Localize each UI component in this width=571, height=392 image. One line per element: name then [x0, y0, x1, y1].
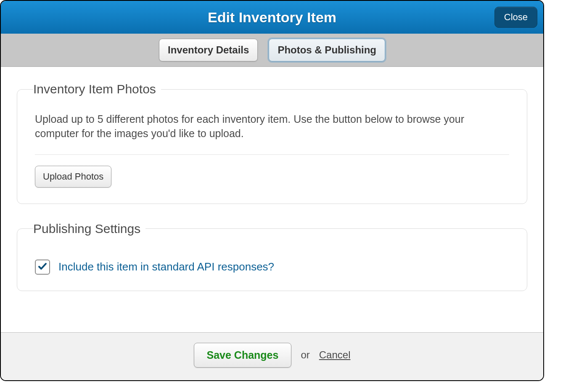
cancel-link[interactable]: Cancel — [319, 349, 351, 361]
include-api-label[interactable]: Include this item in standard API respon… — [58, 260, 274, 273]
upload-photos-button[interactable]: Upload Photos — [35, 166, 111, 188]
check-icon — [37, 261, 48, 273]
photos-panel-legend: Inventory Item Photos — [33, 82, 161, 96]
dialog-content: Inventory Item Photos Upload up to 5 dif… — [1, 67, 543, 332]
photos-panel-description: Upload up to 5 different photos for each… — [35, 112, 509, 141]
include-api-checkbox[interactable] — [35, 260, 50, 275]
dialog-titlebar: Edit Inventory Item Close — [1, 1, 543, 34]
publishing-panel-legend: Publishing Settings — [33, 222, 145, 236]
edit-inventory-dialog: Edit Inventory Item Close Inventory Deta… — [0, 0, 544, 381]
photos-panel: Inventory Item Photos Upload up to 5 dif… — [17, 82, 527, 204]
close-button[interactable]: Close — [494, 7, 537, 28]
dialog-footer: Save Changes or Cancel — [1, 332, 543, 380]
divider — [35, 154, 509, 155]
save-changes-button[interactable]: Save Changes — [194, 343, 292, 368]
include-api-row: Include this item in standard API respon… — [35, 260, 509, 275]
tab-bar: Inventory Details Photos & Publishing — [1, 34, 543, 67]
tab-photos-publishing[interactable]: Photos & Publishing — [269, 39, 385, 61]
publishing-panel: Publishing Settings Include this item in… — [17, 222, 527, 291]
or-text: or — [301, 349, 309, 361]
tab-inventory-details[interactable]: Inventory Details — [159, 39, 258, 61]
dialog-title: Edit Inventory Item — [208, 9, 336, 26]
